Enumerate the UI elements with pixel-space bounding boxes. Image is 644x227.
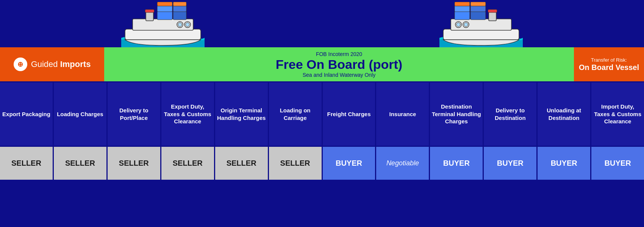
- svg-rect-22: [455, 11, 470, 20]
- risk-value: On Board Vessel: [579, 63, 639, 72]
- columns-row: Export PackagingLoading ChargesDelivery …: [0, 81, 644, 146]
- svg-rect-25: [470, 6, 486, 12]
- svg-rect-1: [133, 19, 193, 30]
- main-container: ⊕ Guided Imports FOB Incoterm 2020 Free …: [0, 0, 644, 227]
- svg-point-5: [178, 23, 182, 26]
- logo-icon: ⊕: [14, 58, 27, 71]
- risk-label: Transfer of Risk:: [591, 57, 627, 63]
- value-cell-v-export-packaging: SELLER: [0, 147, 54, 180]
- col-header-export-packaging: Export Packaging: [0, 82, 54, 146]
- col-header-import-duty: Import Duty, Taxes & Customs Clearance: [591, 82, 644, 146]
- svg-rect-27: [470, 2, 486, 6]
- col-header-destination-terminal: Destination Terminal Handling Charges: [430, 82, 484, 146]
- col-header-unloading-at-destination: Unloading at Destination: [538, 82, 591, 146]
- header-row: ⊕ Guided Imports FOB Incoterm 2020 Free …: [0, 47, 644, 81]
- col-header-insurance: Insurance: [376, 82, 430, 146]
- svg-point-21: [464, 23, 468, 26]
- svg-rect-17: [488, 9, 497, 12]
- svg-rect-9: [157, 6, 172, 12]
- svg-rect-13: [173, 2, 186, 6]
- svg-rect-26: [455, 2, 470, 6]
- svg-rect-8: [157, 11, 172, 20]
- svg-rect-0: [125, 29, 201, 40]
- svg-point-19: [456, 23, 460, 26]
- value-cell-v-export-duty: SELLER: [161, 147, 215, 180]
- svg-rect-12: [157, 2, 172, 6]
- value-cell-v-import-duty: BUYER: [591, 147, 644, 180]
- logo-text: Guided Imports: [31, 59, 91, 69]
- svg-rect-16: [489, 11, 496, 21]
- svg-rect-11: [173, 6, 186, 12]
- value-cell-v-delivery-to-port: SELLER: [108, 147, 161, 180]
- svg-point-7: [186, 23, 189, 26]
- value-cell-v-loading-charges: SELLER: [54, 147, 108, 180]
- value-cell-v-insurance: Negotiable: [376, 147, 430, 180]
- incoterm-label: FOB Incoterm 2020: [316, 51, 362, 57]
- value-cell-v-destination-terminal: BUYER: [430, 147, 484, 180]
- ships-row: [0, 0, 644, 47]
- incoterm-sub: Sea and Inland Waterway Only: [303, 72, 375, 78]
- col-header-delivery-to-destination: Delivery to Destination: [484, 82, 538, 146]
- col-header-loading-charges: Loading Charges: [54, 82, 108, 146]
- col-header-delivery-to-port: Delivery to Port/Place: [108, 82, 161, 146]
- title-cell: FOB Incoterm 2020 Free On Board (port) S…: [104, 47, 574, 81]
- logo-text-part2: Imports: [60, 59, 91, 69]
- value-cell-v-loading-on-carriage: SELLER: [269, 147, 323, 180]
- svg-rect-2: [146, 11, 153, 21]
- svg-rect-24: [470, 11, 486, 20]
- incoterm-title: Free On Board (port): [276, 57, 402, 72]
- col-header-export-duty: Export Duty, Taxes & Customs Clearance: [161, 82, 215, 146]
- logo-text-part1: Guided: [31, 59, 60, 69]
- svg-rect-23: [455, 6, 470, 12]
- value-cell-v-delivery-to-destination: BUYER: [484, 147, 538, 180]
- risk-cell: Transfer of Risk: On Board Vessel: [574, 47, 644, 81]
- svg-rect-10: [173, 11, 186, 20]
- col-header-origin-terminal: Origin Terminal Handling Charges: [215, 82, 269, 146]
- svg-rect-14: [443, 29, 519, 40]
- col-header-loading-on-carriage: Loading on Carriage: [269, 82, 323, 146]
- values-row: SELLERSELLERSELLERSELLERSELLERSELLERBUYE…: [0, 146, 644, 180]
- col-header-freight-charges: Freight Charges: [323, 82, 377, 146]
- svg-rect-3: [145, 9, 154, 12]
- value-cell-v-origin-terminal: SELLER: [215, 147, 269, 180]
- ship-right: [439, 2, 523, 47]
- value-cell-v-freight-charges: BUYER: [323, 147, 377, 180]
- ship-left: [121, 2, 205, 47]
- logo-cell: ⊕ Guided Imports: [0, 47, 104, 81]
- value-cell-v-unloading-at-destination: BUYER: [538, 147, 591, 180]
